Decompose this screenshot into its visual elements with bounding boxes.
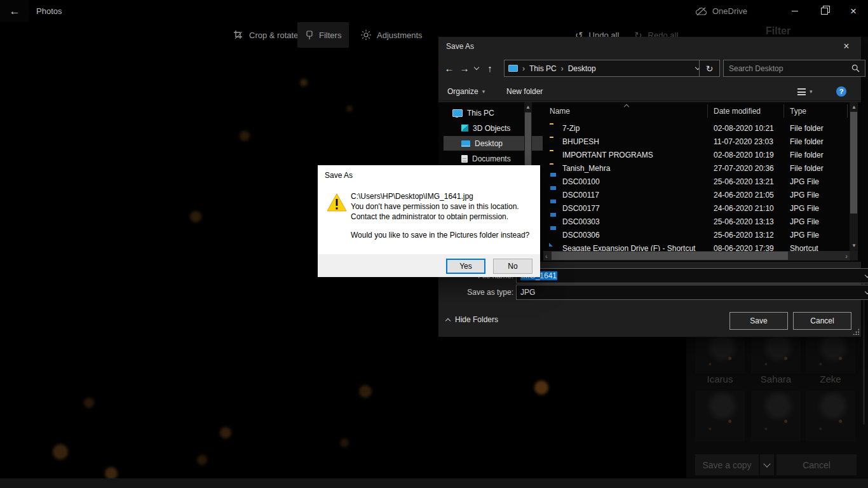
file-row[interactable]: DSC00306 25-06-2020 13:12 JPG File: [543, 228, 850, 241]
save-dialog-close-button[interactable]: ×: [837, 39, 856, 53]
list-view-icon: [797, 88, 806, 95]
no-label: No: [508, 262, 517, 271]
refresh-button[interactable]: ↻: [699, 60, 720, 77]
tree-item-this-pc[interactable]: This PC: [444, 105, 534, 120]
filter-thumbnail[interactable]: [806, 336, 855, 374]
save-type-row: Save as type: JPG: [438, 285, 861, 299]
column-separator[interactable]: [847, 104, 848, 118]
save-button[interactable]: Save: [729, 312, 788, 330]
nav-back-button[interactable]: ←: [442, 60, 456, 76]
save-a-copy-label: Save a copy: [702, 460, 751, 470]
file-type: File folder: [790, 124, 824, 133]
file-date: 24-06-2020 21:10: [714, 204, 774, 213]
file-name: DSC00100: [562, 177, 705, 186]
vertical-scrollbar[interactable]: ▲ ▼: [850, 102, 858, 251]
scrollbar-corner: [850, 251, 858, 261]
horizontal-scroll-thumb[interactable]: [552, 252, 788, 260]
filter-thumbnail[interactable]: [695, 336, 745, 374]
maximize-button[interactable]: [810, 0, 839, 22]
file-type: JPG File: [790, 231, 819, 240]
chevron-down-icon[interactable]: [865, 288, 868, 294]
file-row[interactable]: Tanish_Mehra 27-07-2020 20:36 File folde…: [543, 161, 850, 175]
file-row[interactable]: DSC00303 25-06-2020 13:13 JPG File: [543, 215, 850, 228]
change-view-button[interactable]: ▾: [797, 83, 813, 100]
resize-grip[interactable]: [853, 329, 859, 335]
save-copy-dropdown-button[interactable]: [760, 454, 774, 475]
back-arrow-icon: ←: [445, 63, 454, 74]
panel-cancel-button[interactable]: Cancel: [776, 454, 857, 475]
minimize-button[interactable]: [780, 0, 810, 22]
filter-thumbnail[interactable]: [806, 391, 855, 442]
cancel-button[interactable]: Cancel: [793, 312, 851, 330]
nav-forward-button[interactable]: →: [458, 60, 471, 76]
column-header-date[interactable]: Date modified: [714, 107, 761, 116]
file-date: 25-06-2020 13:21: [714, 177, 774, 186]
cancel-label: Cancel: [810, 316, 834, 325]
file-row[interactable]: IMPORTANT PROGRAMS 02-08-2020 10:19 File…: [543, 148, 850, 161]
chevron-down-icon: [763, 460, 770, 467]
filter-panel-heading: Filter: [766, 25, 790, 37]
save-dialog-titlebar[interactable]: Save As ×: [438, 37, 861, 56]
bokeh-dot: [84, 398, 94, 408]
scroll-up-icon: ▲: [526, 105, 531, 110]
column-header-name[interactable]: Name: [550, 107, 570, 116]
this-pc-icon: [452, 109, 463, 117]
file-date: 02-08-2020 10:21: [714, 124, 774, 133]
bokeh-dot: [197, 455, 207, 465]
nav-history-dropdown[interactable]: [471, 60, 482, 76]
chevron-down-icon[interactable]: [865, 272, 868, 277]
yes-button[interactable]: Yes: [446, 259, 485, 274]
chevron-up-icon: [445, 318, 451, 323]
save-a-copy-button[interactable]: Save a copy: [695, 454, 759, 475]
bokeh-dot: [220, 427, 231, 438]
file-row[interactable]: Seagate Expansion Drive (F) - Shortcut 0…: [543, 241, 850, 251]
file-row[interactable]: DSC00100 25-06-2020 13:21 JPG File: [543, 175, 850, 188]
file-row[interactable]: BHUPESH 11-07-2020 23:03 File folder: [543, 135, 850, 148]
back-button[interactable]: ←: [0, 0, 29, 22]
vertical-scroll-thumb[interactable]: [850, 112, 857, 214]
save-type-select[interactable]: JPG: [516, 285, 868, 300]
column-separator[interactable]: [707, 104, 708, 118]
chevron-down-icon: ▾: [810, 88, 813, 95]
search-input[interactable]: Search Desktop: [723, 60, 865, 77]
nav-up-button[interactable]: ↑: [483, 60, 497, 76]
filter-thumbnail[interactable]: [695, 391, 745, 442]
file-date: 25-06-2020 13:12: [714, 231, 774, 240]
close-button[interactable]: ×: [839, 0, 868, 22]
close-icon: ×: [850, 5, 857, 18]
horizontal-scrollbar[interactable]: ‹ ›: [543, 251, 850, 261]
file-type: JPG File: [790, 217, 819, 226]
file-name-input[interactable]: IMG_1641: [516, 268, 868, 283]
sort-ascending-icon: [624, 104, 629, 109]
breadcrumb-desktop[interactable]: Desktop: [568, 64, 596, 73]
refresh-icon: ↻: [706, 64, 714, 74]
panel-scrollbar[interactable]: [863, 278, 865, 424]
no-button[interactable]: No: [493, 259, 532, 274]
new-folder-button[interactable]: New folder: [506, 83, 543, 100]
help-button[interactable]: ?: [836, 83, 846, 100]
file-list: Name Date modified Type 7-Zip 02-08-2020…: [543, 102, 850, 262]
organize-menu-button[interactable]: Organize ▾: [447, 83, 485, 100]
breadcrumb-this-pc[interactable]: This PC: [529, 64, 557, 73]
warning-dialog-title: Save As: [325, 171, 353, 180]
file-name: DSC00177: [562, 204, 705, 213]
file-row[interactable]: DSC00177 24-06-2020 21:10 JPG File: [543, 201, 850, 215]
filter-thumbnail[interactable]: [751, 391, 801, 442]
file-type: JPG File: [790, 191, 819, 200]
filter-thumbnail[interactable]: [751, 336, 801, 374]
bokeh-dot: [346, 105, 353, 112]
column-separator[interactable]: [783, 104, 784, 118]
scroll-up-icon: ▲: [851, 105, 857, 110]
file-row[interactable]: 7-Zip 02-08-2020 10:21 File folder: [543, 121, 850, 135]
hide-folders-button[interactable]: Hide Folders: [446, 315, 498, 324]
file-name: IMPORTANT PROGRAMS: [562, 151, 705, 159]
warning-line1: You don't have permission to save in thi…: [351, 201, 535, 212]
bokeh-dot: [340, 438, 349, 447]
column-header-type[interactable]: Type: [790, 107, 806, 116]
address-bar[interactable]: › This PC › Desktop: [504, 60, 707, 77]
file-date: 08-06-2020 17:39: [714, 244, 774, 252]
file-row[interactable]: DSC00117 24-06-2020 21:05 JPG File: [543, 188, 850, 201]
file-date: 25-06-2020 13:13: [714, 217, 774, 226]
tree-scroll-thumb[interactable]: [525, 112, 531, 166]
onedrive-status[interactable]: OneDrive: [695, 0, 747, 22]
